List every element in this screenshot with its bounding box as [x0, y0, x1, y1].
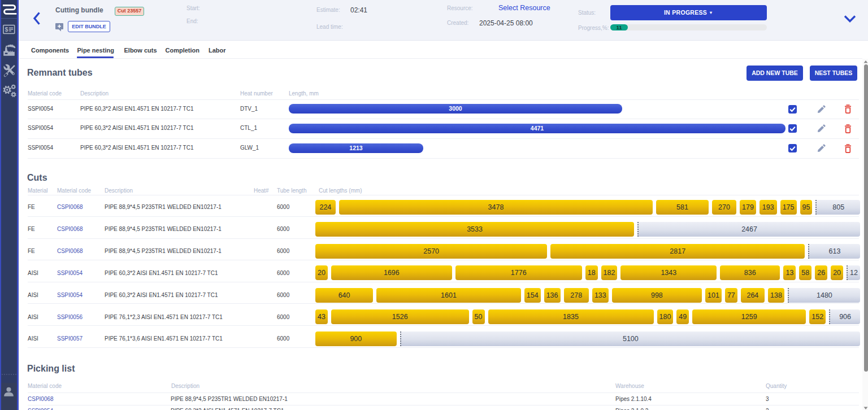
- svg-text:$: $: [5, 26, 8, 33]
